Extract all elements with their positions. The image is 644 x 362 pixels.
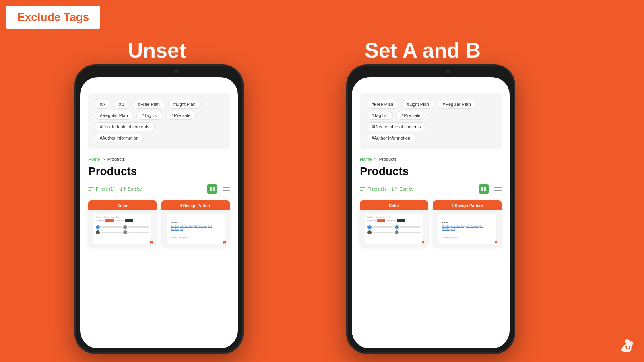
header-label: Exclude Tags <box>6 6 100 29</box>
phone-left: #A #B #Free Plan #Light Plan #Regular Pl… <box>74 64 244 354</box>
phone-screen-left: #A #B #Free Plan #Light Plan #Regular Pl… <box>80 77 238 348</box>
card-footer-icon-pattern-right <box>493 239 499 245</box>
filter-button-right[interactable]: Filters (1) <box>360 187 386 191</box>
filter-button-left[interactable]: Filters (1) <box>88 187 114 191</box>
tag-a: #A <box>95 100 110 109</box>
left-section-title: Unset <box>128 38 186 62</box>
tag-tag-list-r: #Tag list <box>366 111 393 120</box>
tag-regular-plan-r: #Regular Plan <box>438 100 476 109</box>
logo-bottom-right <box>618 336 636 354</box>
tag-b: #B <box>114 100 129 109</box>
sort-icon-left <box>120 186 126 192</box>
tag-free-plan: #Free Plan <box>133 100 165 109</box>
filter-icon-right <box>360 187 365 191</box>
bookmark-icon-2 <box>223 240 227 244</box>
tag-light-plan-r: #Light Plan <box>402 100 434 109</box>
product-card-color-right[interactable]: Color Tag List Selected Tag Title Backgr… <box>360 200 428 247</box>
preview-content-left: Preview See Sample 1 · See Sample 2 · Se… <box>169 216 223 241</box>
products-grid-right: Color Tag List Selected Tag Title Backgr… <box>360 200 502 247</box>
tags-row-r1: #Free Plan #Light Plan #Regular Plan <box>366 100 495 109</box>
tag-pre-sale-r: #Pre-sale <box>396 111 425 120</box>
phone-btn-volume-up-r <box>346 114 347 130</box>
tags-row-4: #Author information <box>95 134 223 142</box>
phone-btn-volume-up <box>74 114 75 130</box>
tags-row-r3: #Create table of contents <box>366 122 495 131</box>
card-thumb-color-right: Tag List Selected Tag Title Background B… <box>365 214 423 244</box>
product-card-color-left[interactable]: Color Tag List Selected Tag Title Backgr… <box>88 200 157 247</box>
tags-row-r4: #Author information <box>366 134 495 142</box>
product-card-pattern-left[interactable]: 4 Design Pattern Preview See Sample 1 · … <box>161 200 230 247</box>
breadcrumb-home-left[interactable]: Home <box>88 157 100 162</box>
sort-button-left[interactable]: Sort by <box>120 186 142 192</box>
svg-rect-13 <box>484 189 486 191</box>
card-body-color-left: Tag List Selected Tag Title Background B… <box>88 210 157 247</box>
phone-notch-left <box>131 66 187 77</box>
svg-rect-10 <box>481 187 483 189</box>
breadcrumb-home-right[interactable]: Home <box>360 157 372 162</box>
grid-view-button-left[interactable] <box>207 184 217 194</box>
tag-author-info: #Author information <box>95 134 144 142</box>
filter-icon-left <box>88 187 94 191</box>
grid-view-button-right[interactable] <box>479 184 489 194</box>
grid-icon-left <box>209 186 215 192</box>
svg-rect-5 <box>210 189 212 191</box>
card-header-color-left: Color <box>88 200 157 210</box>
breadcrumb-right: Home > Products <box>360 157 502 162</box>
tag-tag-list: #Tag list <box>136 111 163 120</box>
breadcrumb-left: Home > Products <box>88 157 230 162</box>
grid-icon-right <box>481 186 487 192</box>
card-footer-icon-color-left <box>149 239 154 245</box>
phone-btn-silent <box>74 167 75 191</box>
phone-btn-power <box>243 134 244 167</box>
header-label-text: Exclude Tags <box>17 11 89 23</box>
tag-pre-sale: #Pre-sale <box>166 111 196 120</box>
card-body-pattern-left: Preview See Sample 1 · See Sample 2 · Se… <box>161 210 230 247</box>
tags-row-3: #Create table of contents <box>95 122 223 131</box>
breadcrumb-current-right: Products <box>379 157 396 162</box>
preview-content-right: Preview See Sample 1 · See Sample 2 · Se… <box>441 216 494 241</box>
card-header-pattern-right: 4 Design Pattern <box>433 200 502 210</box>
card-header-pattern-left: 4 Design Pattern <box>161 200 230 210</box>
tags-box-right: #Free Plan #Light Plan #Regular Plan #Ta… <box>360 93 502 149</box>
filter-bar-right: Filters (1) Sort by <box>360 184 502 194</box>
card-thumb-pattern-left: Preview See Sample 1 · See Sample 2 · Se… <box>167 214 225 244</box>
card-thumb-color-left: Tag List Selected Tag Title Background B… <box>93 214 152 244</box>
product-card-pattern-right[interactable]: 4 Design Pattern Preview See Sample 1 · … <box>433 200 502 247</box>
svg-rect-6 <box>213 189 215 191</box>
bookmark-icon <box>149 240 153 244</box>
svg-point-14 <box>625 346 627 348</box>
tag-author-info-r: #Author information <box>366 134 415 142</box>
tags-box-left: #A #B #Free Plan #Light Plan #Regular Pl… <box>88 93 230 149</box>
tag-create-toc: #Create table of contents <box>95 122 155 131</box>
svg-point-15 <box>629 346 630 348</box>
tags-row-r2: #Tag list #Pre-sale <box>366 111 495 120</box>
list-view-button-left[interactable] <box>223 187 230 191</box>
sort-button-right[interactable]: Sort by <box>392 186 413 192</box>
card-footer-icon-color-right <box>420 239 426 245</box>
list-view-button-right[interactable] <box>494 187 502 191</box>
breadcrumb-sep-right: > <box>374 157 376 162</box>
bookmark-icon-r <box>421 240 425 244</box>
page-title-right: Products <box>360 165 502 178</box>
phone-btn-silent-r <box>346 167 347 191</box>
card-header-color-right: Color <box>360 200 428 210</box>
tag-regular-plan: #Regular Plan <box>95 111 133 120</box>
phone-btn-volume-down <box>74 136 75 160</box>
card-footer-icon-pattern-left <box>222 239 227 245</box>
phone-screen-right: #Free Plan #Light Plan #Regular Plan #Ta… <box>352 77 510 348</box>
tag-light-plan: #Light Plan <box>168 100 201 109</box>
tags-row-2: #Regular Plan #Tag list #Pre-sale <box>95 111 223 120</box>
page-title-left: Products <box>88 165 230 178</box>
svg-rect-3 <box>210 187 212 189</box>
phone-notch-right <box>402 66 459 77</box>
right-section-title: Set A and B <box>365 38 481 62</box>
bookmark-icon-r2 <box>494 240 498 244</box>
svg-rect-11 <box>484 187 486 189</box>
tags-row-1: #A #B #Free Plan #Light Plan <box>95 100 223 109</box>
tag-create-toc-r: #Create table of contents <box>366 122 426 131</box>
breadcrumb-sep-left: > <box>102 157 105 162</box>
svg-rect-12 <box>481 189 483 191</box>
card-body-color-right: Tag List Selected Tag Title Background B… <box>360 210 428 247</box>
svg-rect-4 <box>213 187 215 189</box>
phone-btn-power-r <box>514 134 515 167</box>
